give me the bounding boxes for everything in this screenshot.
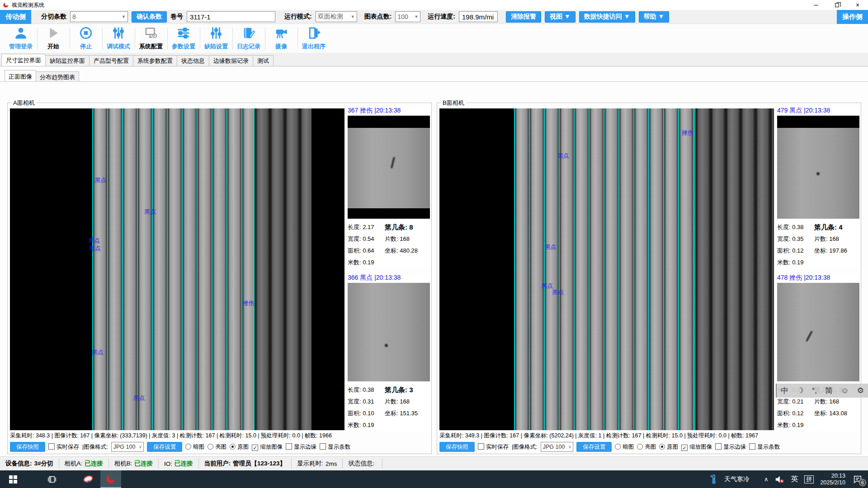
sub-tab-0[interactable]: 正面图像 bbox=[5, 70, 36, 81]
toolbar-button-exit-program[interactable]: 退出程序 bbox=[297, 24, 330, 53]
ime-lang-chinese[interactable]: 中 bbox=[781, 387, 788, 394]
toolbar-button-admin-login[interactable]: 管理登录 bbox=[5, 24, 37, 53]
toolbar-button-stop[interactable]: 停止 bbox=[70, 24, 102, 53]
toolbar-button-log-record[interactable]: 日志记录 bbox=[232, 24, 265, 53]
sub-tab-1[interactable]: 分布趋势图表 bbox=[36, 71, 79, 81]
toolbar-button-param-settings[interactable]: 参数设置 bbox=[167, 24, 200, 53]
field-value: 0.19 bbox=[363, 259, 374, 266]
camera-live-image: 黑点黑点黑点黑点挫伤黑点黑点 bbox=[10, 108, 344, 430]
vision-app-icon bbox=[105, 474, 116, 484]
save-snapshot-button[interactable]: 保存快照 bbox=[439, 442, 475, 452]
toolbar-button-system-config[interactable]: 系统配置 bbox=[135, 24, 167, 53]
main-tab-2[interactable]: 产品型号配置 bbox=[89, 55, 133, 66]
realtime-save-checkbox[interactable]: 实时保存 bbox=[48, 443, 79, 451]
clear-alarm-button[interactable]: 清除报警 bbox=[506, 11, 541, 23]
confirm-count-button[interactable]: 确认条数 bbox=[132, 11, 167, 23]
ime-emoji-icon[interactable]: ☺ bbox=[841, 387, 849, 394]
defect-card-list: 367 挫伤 |20:13:38 长度: 2.17 第几条: 8 宽度: 0.5… bbox=[348, 107, 430, 430]
sliders-h-icon bbox=[177, 26, 190, 41]
defect-card[interactable]: 479 黑点 |20:13:38 长度: 0.38 第几条: 4 宽度: 0.3… bbox=[777, 107, 859, 268]
save-settings-button[interactable]: 保存设置 bbox=[147, 442, 182, 452]
main-tab-4[interactable]: 状态信息 bbox=[177, 55, 209, 66]
toolbar-button-debug-mode[interactable]: 调试模式 bbox=[102, 24, 135, 53]
ime-settings-gear-icon[interactable]: ⚙ bbox=[857, 387, 864, 394]
toolbar-button-defect-settings[interactable]: 缺陷设置 bbox=[200, 24, 232, 53]
defect-label: 挫伤 bbox=[243, 299, 255, 307]
taskbar-clock[interactable]: 20:13 2025/2/10 bbox=[820, 473, 845, 486]
operator-side-button[interactable]: 操作侧 bbox=[837, 10, 868, 24]
statusbar-segment: 设备信息:3#分切 bbox=[0, 459, 59, 469]
image-format-select[interactable]: JPG 100˅ bbox=[541, 442, 573, 452]
image-mode-radio[interactable]: 亮图 bbox=[208, 443, 226, 451]
main-tab-1[interactable]: 缺陷监控界面 bbox=[45, 55, 90, 66]
ime-shape-indicator[interactable]: 拼 bbox=[804, 475, 814, 483]
hidden-icons-chevron-icon[interactable]: ∧ bbox=[764, 476, 769, 483]
chevron-down-icon: ▼ bbox=[348, 14, 355, 19]
vision-app-taskbar-button[interactable] bbox=[100, 470, 121, 488]
help-menu-button[interactable]: 帮助 ▼ bbox=[639, 11, 670, 23]
defect-label: 黑点 bbox=[95, 176, 107, 184]
field-value: 0.35 bbox=[792, 235, 803, 242]
camera-live-image: 挫伤黑点黑点黑点黑点 bbox=[439, 108, 774, 430]
thermometer-icon[interactable] bbox=[710, 474, 718, 485]
camera-controls: 保存快照 实时保存 |图像格式: JPG 100˅ 保存设置暗图亮图原图✓缩放图… bbox=[10, 441, 430, 453]
toolbar-button-capture[interactable]: 摄像 bbox=[265, 24, 297, 53]
field-label: 宽度: bbox=[777, 235, 791, 242]
field-value: 8 bbox=[409, 223, 413, 231]
display-option-checkbox[interactable]: 显示条数 bbox=[749, 443, 780, 451]
main-tab-0[interactable]: 尺寸监控界面 bbox=[1, 54, 46, 66]
close-button[interactable]: × bbox=[847, 0, 868, 10]
camera-status-line: 采集耗时: 349.3 | 图像计数: 167 | 像素坐标: (5202,24… bbox=[439, 432, 860, 440]
slit-count-select[interactable]: 8▼ bbox=[70, 11, 128, 22]
field-label: 长度: bbox=[348, 224, 361, 230]
display-option-checkbox[interactable]: 显示边缘 bbox=[715, 443, 746, 451]
minimize-button[interactable] bbox=[806, 0, 826, 10]
defect-card[interactable]: 367 挫伤 |20:13:38 长度: 2.17 第几条: 8 宽度: 0.5… bbox=[348, 107, 430, 268]
main-tab-5[interactable]: 边缘数据记录 bbox=[209, 55, 253, 66]
realtime-save-checkbox[interactable]: 实时保存 bbox=[478, 443, 509, 451]
chart-points-select[interactable]: 100▼ bbox=[395, 11, 420, 22]
start-button[interactable] bbox=[3, 470, 24, 488]
main-tab-6[interactable]: 测试 bbox=[253, 55, 274, 66]
save-settings-button[interactable]: 保存设置 bbox=[576, 442, 612, 452]
display-option-checkbox[interactable]: ✓缩放图像 bbox=[252, 443, 283, 451]
display-option-checkbox[interactable]: 显示条数 bbox=[320, 443, 350, 451]
run-mode-select[interactable]: 双面检测▼ bbox=[316, 11, 357, 22]
chart-points-label: 图表点数: bbox=[364, 13, 392, 21]
data-quick-access-button[interactable]: 数据快捷访问 ▼ bbox=[579, 11, 635, 23]
display-option-checkbox[interactable]: 显示边缘 bbox=[286, 443, 316, 451]
field-label: 长度: bbox=[348, 386, 361, 393]
action-center-button[interactable]: 6 bbox=[852, 474, 863, 485]
save-snapshot-button[interactable]: 保存快照 bbox=[10, 442, 45, 452]
main-tab-3[interactable]: 系统参数配置 bbox=[133, 55, 177, 66]
image-mode-radio[interactable]: 暗图 bbox=[615, 443, 634, 451]
ime-punct-icon[interactable]: °, bbox=[811, 387, 817, 394]
roll-number-input[interactable]: 3117-1 bbox=[187, 11, 275, 22]
statusbar-label: 设备信息: bbox=[5, 460, 32, 468]
ime-simplified[interactable]: 简 bbox=[825, 387, 833, 394]
restore-button[interactable] bbox=[826, 0, 847, 10]
image-mode-radio[interactable]: 亮图 bbox=[637, 443, 656, 451]
toolbar-button-start[interactable]: 开始 bbox=[37, 24, 70, 53]
image-mode-radio[interactable]: 暗图 bbox=[185, 443, 204, 451]
display-option-checkbox[interactable]: ✓缩放图像 bbox=[681, 443, 712, 451]
drive-side-button[interactable]: 传动侧 bbox=[0, 10, 31, 24]
image-format-select[interactable]: JPG 100˅ bbox=[111, 442, 144, 452]
task-view-button[interactable] bbox=[42, 470, 62, 488]
speaker-muted-icon[interactable] bbox=[774, 475, 784, 484]
defect-card[interactable]: 366 黑点 |20:13:38 长度: 0.38 第几条: 3 宽度: 0.3… bbox=[348, 274, 430, 431]
view-menu-button[interactable]: 视图 ▼ bbox=[545, 11, 576, 23]
image-mode-radio[interactable]: 原图 bbox=[230, 443, 249, 451]
snipping-tool-button[interactable]: ✂ bbox=[78, 470, 99, 488]
play-icon bbox=[47, 26, 60, 41]
defect-card[interactable]: 478 挫伤 |20:13:38 长度: 0.57 第几条: 3 宽度: 0.2… bbox=[777, 274, 859, 431]
app-window: 视觉检测系统 × 传动侧 分切条数 8▼ 确认条数 卷号 3117-1 运行模式… bbox=[0, 0, 868, 488]
weather-text[interactable]: 天气寒冷 bbox=[724, 475, 750, 483]
sliders-v-icon bbox=[112, 26, 125, 41]
toolbar-button-label: 参数设置 bbox=[172, 42, 195, 51]
notification-badge: 6 bbox=[859, 479, 866, 486]
ime-language-indicator[interactable]: 英 bbox=[791, 474, 798, 484]
ime-moon-icon[interactable]: ☽ bbox=[797, 387, 803, 394]
field-value: 143.08 bbox=[829, 410, 847, 417]
image-mode-radio[interactable]: 原图 bbox=[659, 443, 678, 451]
